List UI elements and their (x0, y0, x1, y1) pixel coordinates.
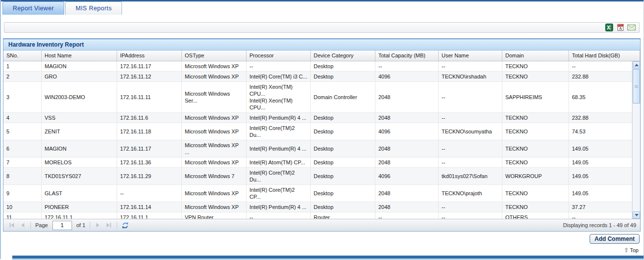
page-count-label: of 1 (75, 222, 86, 228)
scrollbar-thumb[interactable] (633, 69, 640, 104)
table-row[interactable]: 1MAGION172.16.11.17Microsoft Windows XP-… (3, 61, 632, 72)
refresh-button[interactable] (121, 221, 129, 230)
pager-bar: Page of 1 (3, 219, 640, 231)
email-report-icon[interactable] (627, 24, 636, 32)
table-cell: 7 (3, 157, 42, 167)
table-cell: Intel(R) Xeon(TM) CPU... Intel(R) Xeon(T… (247, 82, 311, 112)
back-to-top-link[interactable]: ⇧ Top (624, 247, 639, 253)
page-input[interactable] (52, 221, 72, 230)
table-cell: 149.05 (569, 157, 632, 167)
column-header[interactable]: Device Category (311, 51, 375, 61)
table-row[interactable]: 3WIN2003-DEMO172.16.11.11Microsoft Windo… (3, 82, 632, 113)
scroll-up-button[interactable] (633, 61, 640, 69)
column-header[interactable]: SNo. (3, 51, 42, 61)
report-panel: Hardware Inventory Report SNo.Host NameI… (3, 38, 641, 232)
first-page-button[interactable] (7, 221, 16, 230)
table-cell: 172.16.11.6 (117, 113, 182, 123)
table-row[interactable]: 4VSS172.16.11.6Microsoft Windows XPIntel… (3, 113, 632, 123)
table-cell: 172.16.11.1 (117, 212, 182, 219)
column-header[interactable]: IPAddress (117, 51, 182, 61)
table-row[interactable]: 7MORELOS172.16.11.36Microsoft Windows XP… (3, 157, 632, 168)
table-cell: Desktop (311, 72, 375, 81)
grid-body: 1MAGION172.16.11.17Microsoft Windows XP-… (3, 61, 640, 219)
table-cell: 172.16.11.11 (117, 82, 182, 112)
table-cell: 2048 (375, 113, 439, 123)
table-cell: WIN2003-DEMO (42, 82, 117, 112)
table-cell: Microsoft Windows XP (182, 185, 247, 202)
page: Report Viewer MIS Reports X A (0, 0, 644, 260)
table-row[interactable]: 10PIONEER172.16.11.14Microsoft Windows X… (3, 202, 632, 212)
table-row[interactable]: 2GRO172.16.11.12Microsoft Windows XPInte… (3, 72, 632, 82)
tab-mis-reports[interactable]: MIS Reports (65, 1, 122, 15)
table-cell: Microsoft Windows XP (182, 202, 247, 212)
table-row[interactable]: 6MAGION172.16.11.17Microsoft Windows XP … (3, 140, 632, 157)
table-cell: Desktop (311, 140, 375, 157)
table-cell: -- (439, 140, 502, 157)
add-comment-button[interactable]: Add Comment (590, 234, 640, 244)
table-cell: TECKNO\irshadah (439, 72, 502, 81)
last-page-button[interactable] (104, 221, 113, 230)
table-cell: 4096 (375, 72, 439, 81)
column-header[interactable]: Total Hard Disk(GB) (569, 51, 640, 61)
table-cell: Intel(R) Pentium(R) 4 ... (247, 113, 311, 123)
svg-text:X: X (607, 25, 610, 30)
table-cell: Desktop (311, 61, 375, 71)
table-row[interactable]: 11172.16.11.1172.16.11.1VPN Router--Rout… (3, 212, 632, 219)
table-cell: 4096 (375, 168, 439, 184)
column-header[interactable]: Host Name (42, 51, 117, 61)
table-cell: -- (375, 212, 439, 219)
table-cell: -- (375, 61, 439, 71)
column-header[interactable]: User Name (439, 51, 502, 61)
table-cell: Microsoft Windows Ser... (182, 82, 247, 112)
table-cell: 1 (3, 61, 42, 71)
tab-report-viewer[interactable]: Report Viewer (2, 1, 64, 15)
table-cell: 149.05 (569, 140, 632, 157)
export-toolbar: X A (4, 22, 640, 33)
table-cell: -- (117, 185, 182, 202)
table-cell: SAPPHIREIMS (502, 82, 569, 112)
table-cell: Desktop (311, 113, 375, 123)
column-header[interactable]: Processor (247, 51, 311, 61)
table-cell: Router (311, 212, 375, 219)
table-cell: -- (439, 157, 502, 167)
table-cell: MAGION (42, 140, 117, 157)
table-cell: TECKNO\prajoth (439, 185, 502, 202)
table-row[interactable]: 9GLAST--Microsoft Windows XPIntel(R) Cor… (3, 185, 632, 202)
table-row[interactable]: 8TKD01SYS027172.16.11.29Microsoft Window… (3, 168, 632, 185)
table-cell: 9 (3, 185, 42, 202)
vertical-scrollbar[interactable] (632, 61, 640, 219)
column-header[interactable]: OSType (182, 51, 247, 61)
arrow-up-icon (635, 64, 639, 66)
table-cell: 2048 (375, 202, 439, 212)
table-cell: TECKNO (502, 157, 569, 167)
previous-page-button[interactable] (18, 221, 27, 230)
table-cell: -- (569, 61, 632, 71)
left-border (0, 0, 1, 259)
table-cell: 172.16.11.17 (117, 140, 182, 157)
table-cell: MAGION (42, 61, 117, 71)
column-header[interactable]: Total Capacity (MB) (375, 51, 439, 61)
table-cell: 2048 (375, 82, 439, 112)
pager-separator (117, 222, 117, 229)
top-label: Top (630, 247, 639, 253)
svg-text:A: A (619, 26, 622, 31)
table-row[interactable]: 5ZENIT172.16.11.18Microsoft Windows XPIn… (3, 123, 632, 140)
table-cell: 172.16.11.18 (117, 123, 182, 140)
table-cell: 232.88 (569, 72, 632, 81)
table-cell: TECKNO (502, 123, 569, 140)
table-cell: Microsoft Windows 7 (182, 168, 247, 184)
up-arrow-icon: ⇧ (624, 248, 629, 253)
column-header[interactable]: Domain (502, 51, 569, 61)
table-cell: Desktop (311, 185, 375, 202)
pdf-export-icon[interactable]: A (616, 24, 624, 32)
table-cell: TECKNO\soumyatha (439, 123, 502, 140)
table-cell: -- (439, 82, 502, 112)
table-cell: 2048 (375, 157, 439, 167)
excel-export-icon[interactable]: X (605, 24, 613, 32)
scroll-down-button[interactable] (633, 211, 640, 219)
table-cell: OTHERS (502, 212, 569, 219)
table-cell: Intel(R) Core(TM)2 Du... (247, 123, 311, 140)
table-cell: Intel(R) Pentium(R) 4 ... (247, 202, 311, 212)
next-page-button[interactable] (94, 221, 102, 230)
table-cell: Microsoft Windows XP (182, 61, 247, 71)
